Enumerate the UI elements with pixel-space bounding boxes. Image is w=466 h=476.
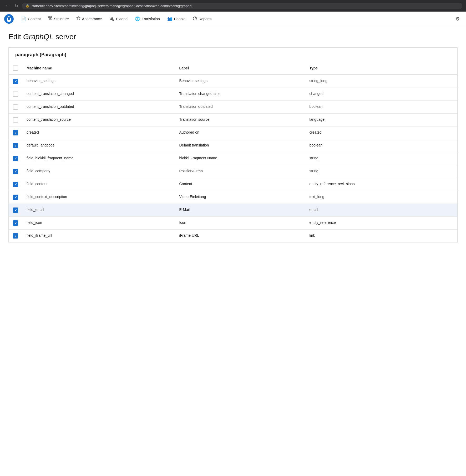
checkbox-field_content[interactable] — [13, 182, 18, 187]
checkbox-field_iframe_url[interactable] — [13, 233, 18, 239]
checkbox-field_email[interactable] — [13, 207, 18, 213]
checkbox-field_company[interactable] — [13, 169, 18, 174]
table-row: content_translation_sourceTranslation so… — [9, 114, 457, 126]
nav-label-structure: Structure — [54, 17, 69, 21]
checkbox-field_icon[interactable] — [13, 220, 18, 226]
nav-item-structure[interactable]: Structure — [45, 14, 72, 24]
cell-type: string — [305, 152, 457, 165]
checkbox-field_blokkli_fragment_name[interactable] — [13, 156, 18, 161]
nav-label-content: Content — [28, 17, 41, 21]
row-checkbox-cell — [9, 165, 22, 178]
svg-rect-3 — [50, 17, 52, 18]
appearance-icon — [76, 16, 80, 22]
url-text: starterkit.ddev.site/en/admin/config/gra… — [32, 4, 192, 8]
row-checkbox-cell — [9, 75, 22, 88]
cell-label: Authored on — [175, 126, 305, 139]
table-row: createdAuthored oncreated — [9, 126, 457, 139]
checkbox-default_langcode[interactable] — [13, 143, 18, 148]
cell-machine-name: field_email — [22, 204, 175, 217]
cell-type: language — [305, 114, 457, 126]
page-content: Edit GraphQL server paragraph (Paragraph… — [0, 26, 466, 249]
cell-machine-name: content_translation_outdated — [22, 101, 175, 114]
th-type: Type — [305, 62, 457, 75]
fields-table-container: paragraph (Paragraph) Machine name Label… — [8, 47, 458, 242]
svg-rect-4 — [49, 19, 51, 20]
table-row: field_context_descriptionVideo-Einleitun… — [9, 191, 457, 204]
content-icon: 📄 — [21, 16, 26, 21]
cell-label: blökkli Fragment Name — [175, 152, 305, 165]
row-checkbox-cell — [9, 217, 22, 230]
cell-label: Video-Einleitung — [175, 191, 305, 204]
checkbox-field_context_description[interactable] — [13, 195, 18, 200]
structure-icon — [48, 16, 52, 22]
reports-icon — [193, 16, 197, 22]
row-checkbox-cell — [9, 114, 22, 126]
row-checkbox-cell — [9, 152, 22, 165]
table-row: field_iframe_urliFrame URLlink — [9, 230, 457, 242]
row-checkbox-cell — [9, 88, 22, 101]
cell-label: E-Mail — [175, 204, 305, 217]
checkbox-behavior_settings[interactable] — [13, 79, 18, 84]
cell-label: Translation changed time — [175, 88, 305, 101]
cell-type: string_long — [305, 75, 457, 88]
row-checkbox-cell — [9, 178, 22, 191]
cell-label: iFrame URL — [175, 230, 305, 242]
checkbox-content_translation_changed[interactable] — [13, 92, 18, 97]
row-checkbox-cell — [9, 230, 22, 242]
section-header: paragraph (Paragraph) — [9, 48, 457, 62]
cell-machine-name: default_langcode — [22, 139, 175, 152]
cell-machine-name: field_company — [22, 165, 175, 178]
fields-table: Machine name Label Type behavior_setting… — [9, 62, 457, 242]
cell-label: Content — [175, 178, 305, 191]
nav-label-people: People — [174, 17, 186, 21]
table-row: default_langcodeDefault translationboole… — [9, 139, 457, 152]
cell-type: changed — [305, 88, 457, 101]
row-checkbox-cell — [9, 126, 22, 139]
refresh-button[interactable]: ↻ — [14, 2, 19, 9]
nav-item-reports[interactable]: Reports — [190, 14, 215, 24]
select-all-checkbox[interactable] — [13, 65, 18, 71]
people-icon: 👥 — [167, 16, 173, 21]
lock-icon: 🔒 — [26, 4, 29, 8]
cell-type: link — [305, 230, 457, 242]
cell-label: Icon — [175, 217, 305, 230]
cell-type: created — [305, 126, 457, 139]
cell-type: text_long — [305, 191, 457, 204]
nav-label-appearance: Appearance — [82, 17, 102, 21]
address-bar[interactable]: 🔒 starterkit.ddev.site/en/admin/config/g… — [22, 3, 462, 9]
back-button[interactable]: ← — [4, 2, 11, 9]
nav-item-people[interactable]: 👥 People — [164, 14, 189, 23]
cell-type: boolean — [305, 139, 457, 152]
cell-label: Position/Firma — [175, 165, 305, 178]
svg-rect-2 — [48, 17, 50, 18]
nav-item-translation[interactable]: 🌐 Translation — [132, 14, 163, 23]
th-machine-name: Machine name — [22, 62, 175, 75]
cell-machine-name: content_translation_changed — [22, 88, 175, 101]
cell-machine-name: created — [22, 126, 175, 139]
nav-item-appearance[interactable]: Appearance — [73, 14, 105, 24]
cell-label: Behavior settings — [175, 75, 305, 88]
cell-type: boolean — [305, 101, 457, 114]
nav-item-extend[interactable]: 🔌 Extend — [106, 14, 131, 23]
checkbox-content_translation_outdated[interactable] — [13, 104, 18, 110]
table-row: field_emailE-Mailemail — [9, 204, 457, 217]
checkbox-created[interactable] — [13, 130, 18, 135]
browser-chrome: ← ↻ 🔒 starterkit.ddev.site/en/admin/conf… — [0, 0, 466, 12]
cell-machine-name: behavior_settings — [22, 75, 175, 88]
top-nav: 📄 Content Structure Appearance 🔌 Extend … — [0, 12, 466, 26]
checkbox-content_translation_source[interactable] — [13, 117, 18, 123]
cell-type: email — [305, 204, 457, 217]
table-row: field_blokkli_fragment_nameblökkli Fragm… — [9, 152, 457, 165]
cell-type: string — [305, 165, 457, 178]
cell-machine-name: field_iframe_url — [22, 230, 175, 242]
cell-type: entity_reference — [305, 217, 457, 230]
settings-button[interactable]: ⚙ — [453, 14, 462, 24]
cell-type: entity_reference_revi- sions — [305, 178, 457, 191]
cell-label: Default translation — [175, 139, 305, 152]
row-checkbox-cell — [9, 139, 22, 152]
site-logo[interactable] — [4, 14, 14, 24]
translation-icon: 🌐 — [135, 16, 140, 21]
nav-item-content[interactable]: 📄 Content — [18, 14, 44, 23]
table-row: content_translation_changedTranslation c… — [9, 88, 457, 101]
table-row: content_translation_outdatedTranslation … — [9, 101, 457, 114]
